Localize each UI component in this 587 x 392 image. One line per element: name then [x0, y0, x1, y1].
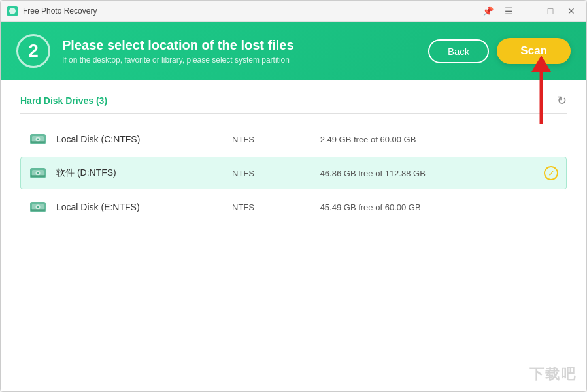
main-window: Free Photo Recovery 📌 ☰ — □ ✕ 2 Please s…	[0, 0, 587, 392]
drive-name: Local Disk (C:NTFS)	[56, 134, 232, 144]
window-controls: 📌 ☰ — □ ✕	[479, 5, 580, 18]
step-number: 2	[16, 34, 50, 68]
drive-row[interactable]: Local Disk (E:NTFS)NTFS45.49 GB free of …	[20, 191, 567, 223]
drive-space: 2.49 GB free of 60.00 GB	[320, 135, 540, 144]
svg-point-0	[9, 8, 16, 14]
section-title: Hard Disk Drives (3)	[20, 95, 107, 106]
selected-check-icon: ✓	[544, 166, 558, 180]
drive-check: ✓	[540, 166, 558, 180]
main-content: Hard Disk Drives (3) ↻ Local Disk (C:NTF…	[1, 80, 586, 391]
svg-rect-15	[31, 209, 45, 211]
header-title: Please select location of the lost files	[62, 38, 294, 53]
minimize-button[interactable]: —	[521, 5, 538, 18]
header-text: Please select location of the lost files…	[62, 38, 294, 65]
drive-icon	[29, 198, 47, 216]
header-banner: 2 Please select location of the lost fil…	[1, 22, 586, 80]
pin-button[interactable]: 📌	[479, 5, 496, 18]
maximize-button[interactable]: □	[542, 5, 559, 18]
title-bar: Free Photo Recovery 📌 ☰ — □ ✕	[1, 1, 586, 22]
app-icon	[7, 6, 18, 16]
window-title: Free Photo Recovery	[23, 7, 97, 16]
drive-space: 46.86 GB free of 112.88 GB	[320, 169, 540, 178]
drive-table: Local Disk (C:NTFS)NTFS2.49 GB free of 6…	[20, 123, 567, 223]
menu-button[interactable]: ☰	[500, 5, 517, 18]
drive-name: 软件 (D:NTFS)	[56, 167, 232, 179]
svg-rect-5	[31, 141, 45, 143]
drive-filesystem: NTFS	[232, 135, 320, 144]
drive-row[interactable]: Local Disk (C:NTFS)NTFS2.49 GB free of 6…	[20, 123, 567, 155]
drive-icon	[29, 130, 47, 148]
refresh-icon[interactable]: ↻	[557, 93, 567, 108]
drive-filesystem: NTFS	[232, 203, 320, 212]
scan-button[interactable]: Scan	[497, 38, 571, 64]
back-button[interactable]: Back	[428, 39, 489, 63]
svg-point-4	[37, 139, 39, 140]
drive-filesystem: NTFS	[232, 169, 320, 178]
header-buttons: Back Scan	[428, 38, 571, 64]
drive-name: Local Disk (E:NTFS)	[56, 202, 232, 212]
header-subtitle: If on the desktop, favorite or library, …	[62, 56, 294, 65]
drive-icon	[29, 164, 47, 182]
section-header: Hard Disk Drives (3) ↻	[20, 93, 567, 114]
svg-rect-10	[31, 175, 45, 177]
title-bar-left: Free Photo Recovery	[7, 6, 97, 16]
svg-point-14	[37, 206, 39, 208]
drive-row[interactable]: 软件 (D:NTFS)NTFS46.86 GB free of 112.88 G…	[20, 157, 567, 189]
header-left: 2 Please select location of the lost fil…	[16, 34, 294, 68]
close-button[interactable]: ✕	[563, 5, 580, 18]
watermark: 下载吧	[529, 365, 577, 384]
svg-point-9	[37, 172, 39, 174]
drive-space: 45.49 GB free of 60.00 GB	[320, 203, 540, 212]
